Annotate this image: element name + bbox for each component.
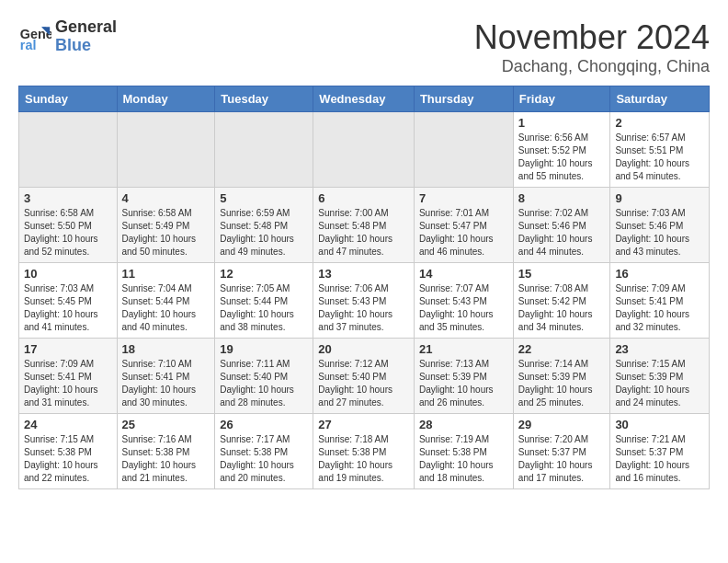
calendar-cell: 16Sunrise: 7:09 AM Sunset: 5:41 PM Dayli…: [610, 263, 710, 339]
calendar-cell: 10Sunrise: 7:03 AM Sunset: 5:45 PM Dayli…: [19, 263, 118, 339]
day-info: Sunrise: 7:20 AM Sunset: 5:37 PM Dayligh…: [518, 433, 606, 485]
day-info: Sunrise: 7:14 AM Sunset: 5:39 PM Dayligh…: [518, 358, 606, 409]
day-info: Sunrise: 7:10 AM Sunset: 5:41 PM Dayligh…: [122, 358, 210, 409]
day-number: 21: [419, 342, 508, 356]
day-info: Sunrise: 6:59 AM Sunset: 5:48 PM Dayligh…: [220, 207, 308, 259]
day-number: 16: [615, 267, 704, 281]
calendar-cell: 12Sunrise: 7:05 AM Sunset: 5:44 PM Dayli…: [215, 263, 313, 339]
day-info: Sunrise: 7:01 AM Sunset: 5:47 PM Dayligh…: [419, 207, 508, 259]
day-number: 11: [122, 267, 210, 281]
calendar-cell: 11Sunrise: 7:04 AM Sunset: 5:44 PM Dayli…: [117, 263, 215, 339]
title-section: November 2024 Dachang, Chongqing, China: [474, 18, 710, 76]
calendar-cell: 13Sunrise: 7:06 AM Sunset: 5:43 PM Dayli…: [313, 263, 415, 339]
calendar-cell: 2Sunrise: 6:57 AM Sunset: 5:51 PM Daylig…: [610, 112, 710, 188]
header: Gene ral General Blue November 2024 Dach…: [18, 18, 710, 76]
calendar-cell: 3Sunrise: 6:58 AM Sunset: 5:50 PM Daylig…: [19, 188, 118, 263]
day-info: Sunrise: 7:02 AM Sunset: 5:46 PM Dayligh…: [518, 207, 606, 259]
header-day-wednesday: Wednesday: [313, 86, 415, 112]
day-number: 9: [615, 191, 704, 205]
day-number: 28: [419, 418, 508, 431]
calendar-week-1: 1Sunrise: 6:56 AM Sunset: 5:52 PM Daylig…: [19, 112, 710, 188]
logo-text-line2: Blue: [55, 37, 117, 55]
day-number: 26: [220, 418, 308, 431]
day-info: Sunrise: 7:04 AM Sunset: 5:44 PM Dayligh…: [122, 282, 210, 334]
calendar-cell: 5Sunrise: 6:59 AM Sunset: 5:48 PM Daylig…: [215, 188, 313, 263]
calendar-cell: [19, 112, 118, 188]
calendar-cell: 9Sunrise: 7:03 AM Sunset: 5:46 PM Daylig…: [610, 188, 710, 263]
day-number: 1: [518, 116, 606, 130]
calendar-week-2: 3Sunrise: 6:58 AM Sunset: 5:50 PM Daylig…: [19, 188, 710, 263]
calendar-table: SundayMondayTuesdayWednesdayThursdayFrid…: [18, 86, 710, 489]
header-day-monday: Monday: [117, 86, 215, 112]
day-number: 27: [318, 418, 409, 431]
day-info: Sunrise: 6:58 AM Sunset: 5:49 PM Dayligh…: [122, 207, 210, 259]
day-number: 29: [518, 418, 606, 431]
calendar-cell: 29Sunrise: 7:20 AM Sunset: 5:37 PM Dayli…: [513, 414, 610, 489]
calendar-cell: 15Sunrise: 7:08 AM Sunset: 5:42 PM Dayli…: [513, 263, 610, 339]
header-day-tuesday: Tuesday: [215, 86, 313, 112]
calendar-title: November 2024: [474, 18, 710, 57]
day-info: Sunrise: 7:18 AM Sunset: 5:38 PM Dayligh…: [318, 433, 409, 485]
header-day-sunday: Sunday: [19, 86, 118, 112]
day-info: Sunrise: 7:09 AM Sunset: 5:41 PM Dayligh…: [615, 282, 704, 334]
svg-text:ral: ral: [20, 38, 37, 52]
day-number: 5: [220, 191, 308, 205]
calendar-header: SundayMondayTuesdayWednesdayThursdayFrid…: [19, 86, 710, 112]
calendar-cell: 14Sunrise: 7:07 AM Sunset: 5:43 PM Dayli…: [414, 263, 513, 339]
day-info: Sunrise: 7:19 AM Sunset: 5:38 PM Dayligh…: [419, 433, 508, 485]
day-number: 23: [615, 342, 704, 356]
calendar-cell: 4Sunrise: 6:58 AM Sunset: 5:49 PM Daylig…: [117, 188, 215, 263]
day-number: 3: [24, 191, 112, 205]
logo-text-line1: General: [55, 18, 117, 37]
calendar-cell: [313, 112, 415, 188]
day-number: 18: [122, 342, 210, 356]
day-info: Sunrise: 7:09 AM Sunset: 5:41 PM Dayligh…: [24, 358, 112, 409]
header-row: SundayMondayTuesdayWednesdayThursdayFrid…: [19, 86, 710, 112]
day-number: 30: [615, 418, 704, 431]
day-number: 2: [615, 116, 704, 130]
day-info: Sunrise: 6:57 AM Sunset: 5:51 PM Dayligh…: [615, 132, 704, 183]
day-info: Sunrise: 7:21 AM Sunset: 5:37 PM Dayligh…: [615, 433, 704, 485]
logo-icon: Gene ral: [18, 20, 51, 53]
calendar-cell: 18Sunrise: 7:10 AM Sunset: 5:41 PM Dayli…: [117, 339, 215, 414]
header-day-thursday: Thursday: [414, 86, 513, 112]
day-number: 14: [419, 267, 508, 281]
day-info: Sunrise: 7:17 AM Sunset: 5:38 PM Dayligh…: [220, 433, 308, 485]
calendar-cell: 26Sunrise: 7:17 AM Sunset: 5:38 PM Dayli…: [215, 414, 313, 489]
day-info: Sunrise: 7:05 AM Sunset: 5:44 PM Dayligh…: [220, 282, 308, 334]
day-info: Sunrise: 7:11 AM Sunset: 5:40 PM Dayligh…: [220, 358, 308, 409]
day-info: Sunrise: 6:58 AM Sunset: 5:50 PM Dayligh…: [24, 207, 112, 259]
header-day-friday: Friday: [513, 86, 610, 112]
day-info: Sunrise: 7:00 AM Sunset: 5:48 PM Dayligh…: [318, 207, 409, 259]
calendar-week-3: 10Sunrise: 7:03 AM Sunset: 5:45 PM Dayli…: [19, 263, 710, 339]
day-number: 20: [318, 342, 409, 356]
calendar-cell: 27Sunrise: 7:18 AM Sunset: 5:38 PM Dayli…: [313, 414, 415, 489]
day-info: Sunrise: 7:16 AM Sunset: 5:38 PM Dayligh…: [122, 433, 210, 485]
day-number: 22: [518, 342, 606, 356]
day-info: Sunrise: 6:56 AM Sunset: 5:52 PM Dayligh…: [518, 132, 606, 183]
day-number: 15: [518, 267, 606, 281]
day-number: 12: [220, 267, 308, 281]
calendar-cell: 23Sunrise: 7:15 AM Sunset: 5:39 PM Dayli…: [610, 339, 710, 414]
day-info: Sunrise: 7:03 AM Sunset: 5:45 PM Dayligh…: [24, 282, 112, 334]
day-number: 8: [518, 191, 606, 205]
calendar-cell: 19Sunrise: 7:11 AM Sunset: 5:40 PM Dayli…: [215, 339, 313, 414]
logo: Gene ral General Blue: [18, 18, 117, 55]
day-number: 25: [122, 418, 210, 431]
day-info: Sunrise: 7:03 AM Sunset: 5:46 PM Dayligh…: [615, 207, 704, 259]
day-info: Sunrise: 7:08 AM Sunset: 5:42 PM Dayligh…: [518, 282, 606, 334]
calendar-cell: 8Sunrise: 7:02 AM Sunset: 5:46 PM Daylig…: [513, 188, 610, 263]
header-day-saturday: Saturday: [610, 86, 710, 112]
day-number: 19: [220, 342, 308, 356]
calendar-cell: [215, 112, 313, 188]
calendar-cell: 24Sunrise: 7:15 AM Sunset: 5:38 PM Dayli…: [19, 414, 118, 489]
calendar-cell: 30Sunrise: 7:21 AM Sunset: 5:37 PM Dayli…: [610, 414, 710, 489]
day-info: Sunrise: 7:15 AM Sunset: 5:39 PM Dayligh…: [615, 358, 704, 409]
day-number: 7: [419, 191, 508, 205]
calendar-cell: 7Sunrise: 7:01 AM Sunset: 5:47 PM Daylig…: [414, 188, 513, 263]
day-number: 6: [318, 191, 409, 205]
day-number: 13: [318, 267, 409, 281]
day-info: Sunrise: 7:12 AM Sunset: 5:40 PM Dayligh…: [318, 358, 409, 409]
calendar-subtitle: Dachang, Chongqing, China: [474, 57, 710, 76]
calendar-cell: 1Sunrise: 6:56 AM Sunset: 5:52 PM Daylig…: [513, 112, 610, 188]
